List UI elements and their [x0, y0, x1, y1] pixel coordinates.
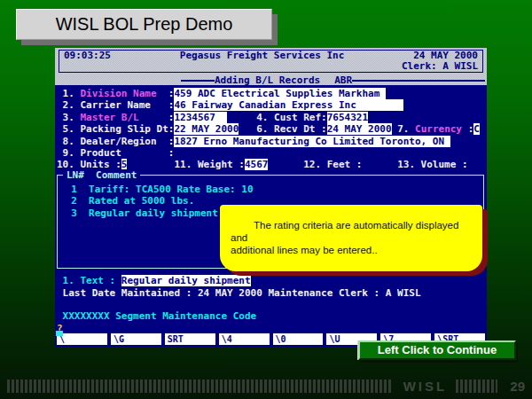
- text-segment: 1 Tariff: TCA500 Rate Base: 10: [59, 184, 254, 195]
- text-segment: 6. Recv Dt :: [239, 123, 326, 135]
- text-segment: 3 Regular daily shipment: [59, 207, 218, 219]
- text-segment: Division Name: [81, 88, 157, 99]
- segment-code-row: XXXXXXXX Segment Maintenance Code: [57, 310, 485, 322]
- text-segment: 3.: [57, 112, 81, 123]
- mode-rule: [352, 80, 485, 82]
- callout-text-line2: additional lines may be entered..: [231, 244, 472, 256]
- terminal-header-box: 09:03:25 Pegasus Freight Services Inc 24…: [59, 50, 483, 73]
- text-segment: XXXXXXXX Segment Maintenance Code: [57, 310, 256, 322]
- continue-button[interactable]: Left Click to Continue: [358, 340, 516, 360]
- header-row-2: Clerk: A WISL: [59, 61, 482, 72]
- page-number: 29: [510, 379, 525, 394]
- slide-footer: WISL 29: [0, 376, 532, 395]
- text-segment: 4. Cust Ref:: [227, 112, 327, 123]
- function-key-3[interactable]: SRT: [165, 333, 215, 345]
- terminal-window: 09:03:25 Pegasus Freight Services Inc 24…: [55, 48, 487, 347]
- text-segment: 9. Product :: [57, 147, 174, 159]
- text-segment: 1. Text :: [57, 275, 121, 286]
- footer-bars-pattern: [7, 379, 391, 393]
- field-value[interactable]: 4567: [245, 159, 269, 170]
- comment-line-1: 1 Tariff: TCA500 Rate Base: 10: [59, 184, 481, 195]
- row-text-field: 1. Text : Regular daily shipment: [57, 275, 485, 286]
- function-key-1[interactable]: \: [57, 333, 107, 345]
- text-segment: 8. Dealer/Region :: [57, 136, 174, 147]
- field-value[interactable]: 1234567: [174, 112, 227, 123]
- row-dates: 5. Packing Slip Dt:22 MAY 2000 6. Recv D…: [57, 123, 485, 135]
- text-segment: 11. Weight :: [127, 159, 244, 170]
- mode-code: ABR: [334, 74, 352, 86]
- footer-brand: WISL: [403, 379, 448, 394]
- text-segment: 12. Feet : 13. Volume :: [268, 159, 467, 170]
- row-segment-code: XXXXXXXX Segment Maintenance Code: [57, 310, 485, 322]
- text-field-row: 1. Text : Regular daily shipment: [57, 275, 485, 286]
- function-key-2[interactable]: \G: [111, 333, 161, 345]
- callout-note: The rating criteria are automatically di…: [220, 205, 482, 271]
- row-product: 9. Product :: [57, 147, 485, 159]
- text-segment: 5. Packing Slip Dt:: [57, 123, 174, 135]
- text-segment: Master B/L: [81, 112, 139, 123]
- row-master-bl: 3. Master B/L :1234567 4. Cust Ref:76543…: [57, 112, 485, 123]
- callout-text-line1: The rating criteria are automatically di…: [231, 219, 472, 244]
- terminal-field-rows: 1. Division Name :459 ADC Electrical Sup…: [57, 88, 485, 171]
- header-date: 24 MAY 2000: [413, 51, 478, 61]
- header-row-1: 09:03:25 Pegasus Freight Services Inc 24…: [59, 51, 482, 61]
- text-segment: 1.: [57, 88, 81, 99]
- cursor-block: [56, 331, 63, 336]
- field-value[interactable]: 1827 Erno Manufacturing Co Limited Toron…: [174, 136, 450, 147]
- row-last-maintained: Last Date Maintained : 24 MAY 2000 Maint…: [57, 287, 485, 299]
- text-segment: Currency: [415, 123, 468, 135]
- text-segment: :: [139, 112, 175, 123]
- comment-box-legend: LN# Comment: [63, 169, 140, 181]
- text-segment: :: [157, 88, 175, 99]
- title-bar: WISL BOL Prep Demo: [16, 9, 272, 40]
- row-division: 1. Division Name :459 ADC Electrical Sup…: [57, 88, 485, 99]
- company-name: Pegasus Freight Services Inc: [111, 51, 413, 61]
- field-value[interactable]: 46 Fairway Canadian Express Inc: [174, 99, 403, 111]
- row-dealer: 8. Dealer/Region :1827 Erno Manufacturin…: [57, 136, 485, 147]
- terminal-header: 09:03:25 Pegasus Freight Services Inc 24…: [55, 48, 487, 85]
- field-value[interactable]: Regular daily shipment: [121, 275, 251, 286]
- field-value[interactable]: 22 MAY 2000: [174, 123, 239, 135]
- clerk-label: Clerk: A WISL: [402, 61, 478, 72]
- slide-background: WISL BOL Prep Demo 09:03:25 Pegasus Frei…: [0, 0, 532, 399]
- function-key-4[interactable]: \4: [219, 333, 270, 345]
- page-title: WISL BOL Prep Demo: [56, 14, 233, 35]
- field-value[interactable]: C: [473, 123, 480, 135]
- field-value[interactable]: 459 ADC Electrical Supplies Markham: [174, 88, 385, 99]
- text-segment: 7.: [392, 123, 416, 135]
- text-segment: 2 Rated at 5000 lbs.: [59, 195, 194, 207]
- field-value[interactable]: 7654321: [327, 112, 368, 123]
- mode-rule: [181, 80, 215, 82]
- footer-bars-pattern: [456, 379, 497, 393]
- function-key-5[interactable]: \0: [273, 333, 324, 345]
- last-maintained-row: Last Date Maintained : 24 MAY 2000 Maint…: [57, 287, 485, 299]
- row-carrier: 2. Carrier Name :46 Fairway Canadian Exp…: [57, 99, 485, 111]
- continue-button-label: Left Click to Continue: [378, 343, 497, 356]
- text-segment: 2. Carrier Name :: [57, 99, 174, 111]
- mode-line: Adding B/L Records ABR: [55, 74, 487, 86]
- mode-label: Adding B/L Records: [215, 74, 320, 86]
- field-value[interactable]: 24 MAY 2000: [327, 123, 392, 135]
- clock-text: 09:03:25: [64, 51, 111, 61]
- text-segment: Last Date Maintained : 24 MAY 2000 Maint…: [57, 287, 421, 299]
